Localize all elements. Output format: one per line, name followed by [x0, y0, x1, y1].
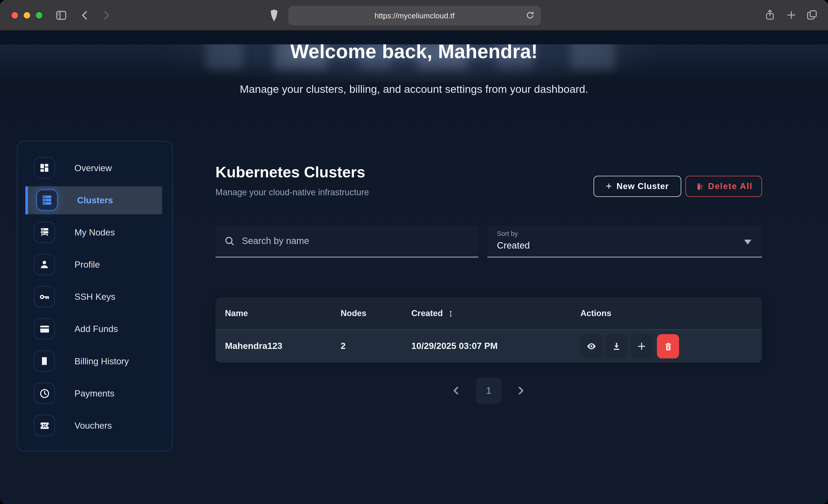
trash-icon: [663, 341, 673, 351]
sidebar-item-label: SSH Keys: [75, 283, 115, 311]
search-icon: [224, 236, 235, 247]
sidebar-item-label: Add Funds: [75, 315, 118, 343]
sidebar-item-label: Payments: [75, 379, 115, 408]
trash-sweep-icon: [695, 182, 704, 191]
person-icon: [34, 254, 55, 275]
delete-all-button[interactable]: Delete All: [686, 176, 762, 197]
browser-toolbar: https://myceliumcloud.tf: [0, 0, 828, 31]
sidebar-item-label: Overview: [75, 154, 112, 182]
table-row: Mahendra123 2 10/29/2025 03:07 PM: [215, 330, 762, 363]
credit-card-icon: [34, 319, 55, 339]
sidebar-item-ssh-keys[interactable]: SSH Keys: [17, 283, 172, 311]
main-content: Kubernetes Clusters Manage your cloud-na…: [215, 31, 762, 504]
clusters-table: Name Nodes Created Actions: [215, 297, 762, 363]
server-stack-icon: [37, 190, 58, 211]
cell-created-date: 10/29/2025 03:07 PM: [411, 330, 498, 363]
view-cluster-button[interactable]: [580, 334, 603, 359]
download-kubeconfig-button[interactable]: [605, 334, 627, 359]
screenshot-viewport: https://myceliumcloud.tf: [0, 0, 828, 504]
privacy-shield-icon[interactable]: [268, 8, 280, 22]
column-header-created[interactable]: Created: [411, 297, 454, 330]
dashboard-icon: [34, 157, 55, 178]
sidebar-item-overview[interactable]: Overview: [17, 154, 172, 182]
search-input[interactable]: [241, 235, 470, 247]
browser-window: https://myceliumcloud.tf: [0, 0, 828, 504]
minimize-window-button[interactable]: [24, 12, 30, 18]
page-number-button[interactable]: 1: [476, 377, 502, 404]
chevron-down-icon: [744, 240, 751, 244]
new-cluster-button[interactable]: + New Cluster: [593, 176, 681, 197]
eye-icon: [586, 341, 597, 351]
column-header-actions: Actions: [580, 297, 611, 330]
clock-icon: [34, 383, 55, 404]
sidebar-item-label: Clusters: [77, 186, 113, 214]
ticket-percent-icon: [34, 415, 55, 436]
tab-overview-icon[interactable]: [806, 9, 818, 21]
address-bar[interactable]: https://myceliumcloud.tf: [288, 6, 541, 25]
nodes-network-icon: [34, 222, 55, 243]
dashboard-page: Welcome back, Mahendra! Manage your clus…: [0, 31, 828, 504]
url-text: https://myceliumcloud.tf: [375, 11, 455, 20]
key-icon: [34, 286, 55, 307]
zoom-window-button[interactable]: [36, 12, 42, 18]
column-header-name: Name: [225, 297, 248, 330]
sort-select[interactable]: Sort by Created: [487, 225, 762, 257]
back-button[interactable]: [79, 9, 91, 22]
sidebar-toggle-icon[interactable]: [55, 9, 68, 22]
plus-icon: +: [606, 180, 612, 192]
top-dark-band: [0, 31, 828, 44]
chevron-left-icon: [450, 385, 462, 396]
search-field: [215, 225, 479, 257]
previous-page-button[interactable]: [447, 381, 466, 401]
add-node-button[interactable]: [631, 334, 653, 359]
download-icon: [611, 341, 621, 351]
sidebar-item-label: Billing History: [75, 347, 129, 375]
sidebar-item-label: Vouchers: [75, 412, 112, 440]
sidebar-item-label: My Nodes: [75, 218, 115, 247]
sidebar-item-profile[interactable]: Profile: [17, 251, 172, 279]
plus-icon: [636, 341, 647, 351]
new-tab-icon[interactable]: [786, 9, 797, 20]
cell-node-count: 2: [341, 330, 346, 363]
reload-icon[interactable]: [525, 10, 535, 21]
cell-cluster-name: Mahendra123: [225, 330, 282, 363]
sidebar-item-add-funds[interactable]: Add Funds: [17, 315, 172, 343]
column-header-nodes: Nodes: [341, 297, 366, 330]
close-window-button[interactable]: [12, 12, 18, 18]
share-icon[interactable]: [764, 8, 776, 21]
chevron-right-icon: [515, 385, 527, 396]
next-page-button[interactable]: [511, 381, 530, 401]
sidebar-item-my-nodes[interactable]: My Nodes: [17, 218, 172, 247]
sidebar-item-payments[interactable]: Payments: [17, 379, 172, 408]
page-subtitle: Manage your cloud-native infrastructure: [215, 187, 369, 198]
sidebar-item-billing-history[interactable]: Billing History: [17, 347, 172, 375]
sort-value: Created: [497, 240, 530, 251]
pagination: 1: [215, 377, 762, 404]
sidebar-item-clusters[interactable]: Clusters: [17, 186, 172, 214]
table-header-row: Name Nodes Created Actions: [215, 297, 762, 330]
sidebar-item-label: Profile: [75, 251, 100, 279]
sidebar-nav: Overview Clusters: [17, 141, 173, 451]
welcome-title: Welcome back, Mahendra!: [0, 44, 828, 63]
sidebar-item-vouchers[interactable]: Vouchers: [17, 412, 172, 440]
delete-cluster-button[interactable]: [657, 334, 679, 359]
forward-button[interactable]: [100, 9, 112, 22]
sort-label: Sort by: [497, 230, 518, 238]
page-title: Kubernetes Clusters: [215, 164, 365, 181]
sort-updown-icon: [447, 310, 454, 318]
receipt-icon: [34, 350, 55, 372]
